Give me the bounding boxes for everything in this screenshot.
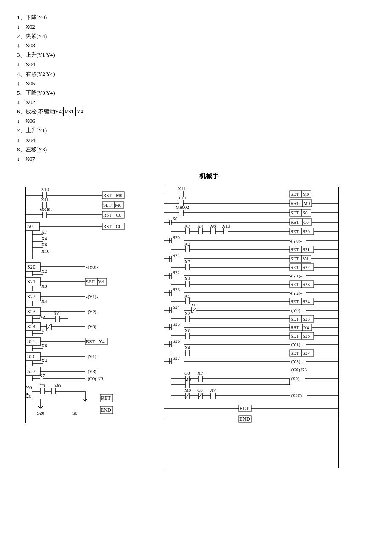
svg-text:X3: X3 xyxy=(41,283,47,289)
section-title: 机械手 xyxy=(43,172,375,180)
svg-text:Y4: Y4 xyxy=(99,339,105,344)
svg-text:X7: X7 xyxy=(197,370,203,376)
svg-text:S20: S20 xyxy=(37,410,45,416)
svg-text:C0: C0 xyxy=(197,387,203,393)
svg-text:S0: S0 xyxy=(303,210,308,215)
svg-text:S22: S22 xyxy=(27,294,35,300)
svg-text:SET: SET xyxy=(291,333,299,338)
svg-text:X4: X4 xyxy=(184,345,190,350)
step-1: 1、下降(Y0) xyxy=(17,13,375,22)
svg-text:-(C0) K3: -(C0) K3 xyxy=(290,367,307,373)
left-ladder-svg: X10 RST M0 X11 SET M0 M8002 RST xyxy=(17,185,153,432)
svg-text:X6: X6 xyxy=(184,328,190,333)
svg-text:SET: SET xyxy=(86,279,95,284)
svg-text:-(Y2)-: -(Y2)- xyxy=(290,290,302,296)
svg-text:X7: X7 xyxy=(184,223,190,228)
svg-line-365 xyxy=(185,393,190,399)
svg-text:S26: S26 xyxy=(173,338,180,344)
svg-text:S22: S22 xyxy=(303,265,310,270)
svg-text:S20: S20 xyxy=(303,229,310,234)
right-diagram: X11 SET M0 X10 RST M0 M8002 SE xyxy=(162,185,375,474)
step-8: 8、左移(Y3) xyxy=(17,145,375,154)
svg-text:X0: X0 xyxy=(191,302,197,307)
svg-line-370 xyxy=(198,393,202,399)
svg-text:RET: RET xyxy=(239,405,249,411)
svg-text:SET: SET xyxy=(291,210,299,215)
svg-text:S26: S26 xyxy=(303,333,310,338)
svg-text:S24: S24 xyxy=(303,299,310,304)
right-ladder-svg: X11 SET M0 X10 RST M0 M8002 SE xyxy=(162,185,341,474)
svg-text:RST: RST xyxy=(291,325,299,330)
svg-text:X5: X5 xyxy=(39,313,45,318)
svg-text:SET: SET xyxy=(291,191,299,197)
svg-text:M8002: M8002 xyxy=(176,205,189,210)
step-1-cond: ↓ X02 xyxy=(17,22,375,32)
svg-text:-(Y1)-: -(Y1)- xyxy=(290,273,302,279)
svg-text:RST: RST xyxy=(103,224,112,229)
svg-text:S25: S25 xyxy=(173,321,180,327)
svg-text:SET: SET xyxy=(291,265,299,270)
svg-text:S21: S21 xyxy=(173,253,180,258)
svg-text:RST: RST xyxy=(103,212,112,217)
svg-line-284 xyxy=(192,307,196,313)
svg-text:M0: M0 xyxy=(184,377,191,382)
step-6-cond: ↓ X06 xyxy=(17,116,375,126)
svg-text:X2: X2 xyxy=(41,269,47,274)
svg-text:M0: M0 xyxy=(116,193,123,198)
svg-text:RST: RST xyxy=(291,201,299,206)
left-diagram: X10 RST M0 X11 SET M0 M8002 RST xyxy=(17,185,153,432)
svg-text:S21: S21 xyxy=(303,247,310,252)
svg-text:RST: RST xyxy=(86,339,95,344)
svg-text:M0: M0 xyxy=(115,202,122,208)
svg-text:C0: C0 xyxy=(116,224,121,229)
svg-text:-(Y0)-: -(Y0)- xyxy=(290,238,302,244)
step-4-cond: ↓ X05 xyxy=(17,79,375,88)
step-7: 7、上升(Y1) xyxy=(17,126,375,135)
svg-text:Y4: Y4 xyxy=(98,279,104,284)
svg-text:S27: S27 xyxy=(27,368,35,374)
step-5: 5、下降(Y0 Y4) xyxy=(17,88,375,98)
step-4: 4、右移(Y2 Y4) xyxy=(17,69,375,79)
svg-text:M0: M0 xyxy=(303,201,310,206)
svg-text:C̄0: C̄0 xyxy=(26,393,32,399)
svg-text:C0: C0 xyxy=(184,370,190,376)
svg-text:M̄0: M̄0 xyxy=(26,385,32,390)
svg-text:S23: S23 xyxy=(27,309,35,315)
svg-text:S25: S25 xyxy=(27,338,35,344)
step-3: 3、上升(Y1 Y4) xyxy=(17,50,375,60)
svg-text:-(Y2)-: -(Y2)- xyxy=(86,309,98,315)
svg-text:X4: X4 xyxy=(197,223,203,228)
svg-text:S20: S20 xyxy=(27,264,35,270)
svg-text:-(Y1)-: -(Y1)- xyxy=(86,294,98,300)
svg-text:X6: X6 xyxy=(210,223,216,228)
svg-text:X4: X4 xyxy=(41,298,47,304)
svg-text:X5: X5 xyxy=(184,293,190,298)
svg-text:-(S0)-: -(S0)- xyxy=(290,376,301,382)
svg-text:X11: X11 xyxy=(41,197,49,202)
svg-text:SET: SET xyxy=(291,229,299,234)
svg-text:X4: X4 xyxy=(41,358,47,363)
svg-text:SET: SET xyxy=(291,350,299,356)
svg-text:SET: SET xyxy=(291,282,299,287)
svg-text:S0: S0 xyxy=(27,223,33,229)
svg-text:X10: X10 xyxy=(178,195,186,200)
svg-text:-(Y0)-: -(Y0)- xyxy=(290,308,302,313)
svg-text:S21: S21 xyxy=(27,279,35,285)
svg-text:M8002: M8002 xyxy=(39,207,53,212)
svg-text:X2: X2 xyxy=(41,328,47,333)
svg-text:X3: X3 xyxy=(184,259,190,264)
svg-text:Y4: Y4 xyxy=(303,325,309,330)
svg-text:C0: C0 xyxy=(116,212,121,217)
svg-text:X4: X4 xyxy=(184,276,190,281)
svg-text:RET: RET xyxy=(101,395,111,401)
svg-text:X7: X7 xyxy=(39,373,45,378)
svg-text:S27: S27 xyxy=(173,356,180,361)
step-6: 6、放松(不驱动Y4)RSTY4 xyxy=(17,107,375,116)
svg-text:SET: SET xyxy=(291,316,299,321)
svg-text:RST: RST xyxy=(103,193,112,198)
svg-text:C0: C0 xyxy=(40,383,45,388)
instructions-block: 1、下降(Y0) ↓ X02 2、夹紧(Y4) ↓ X03 3、上升(Y1 Y4… xyxy=(17,13,375,164)
svg-text:X11: X11 xyxy=(178,186,186,191)
svg-text:X6: X6 xyxy=(41,242,47,247)
svg-text:S23: S23 xyxy=(303,282,310,287)
